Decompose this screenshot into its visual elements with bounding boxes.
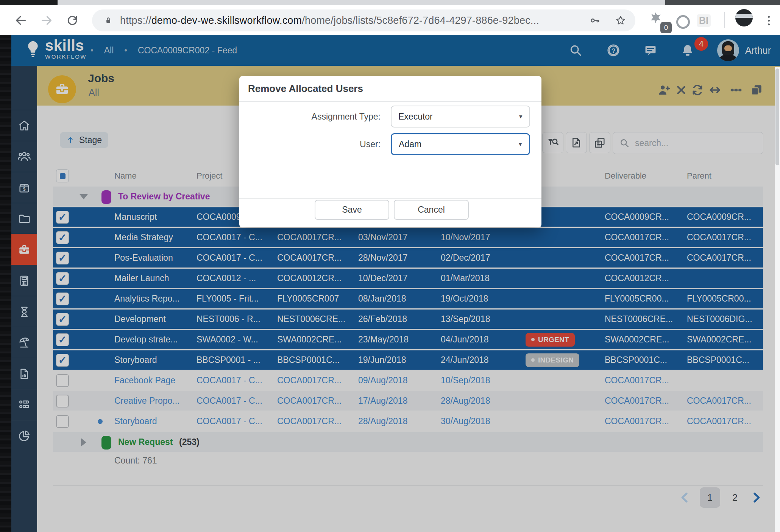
user-value: Adam — [399, 139, 421, 149]
toolbar-divider — [724, 12, 725, 28]
forward-button[interactable] — [38, 12, 55, 29]
tab-strip-dark-segment — [0, 0, 58, 5]
browser-tab-strip[interactable] — [0, 0, 780, 5]
bookmark-star-icon[interactable] — [615, 15, 626, 26]
forward-arrow-icon — [40, 14, 53, 27]
browser-chrome: https://demo-dev-we.skillsworkflow.com/h… — [0, 0, 780, 35]
user-label: User: — [252, 133, 381, 155]
browser-menu-button[interactable] — [764, 13, 773, 28]
extension-bi-label: BI — [699, 15, 708, 26]
url-path: /home/jobs/lists/5c8ef672-7d64-4297-886e… — [302, 15, 539, 26]
back-button[interactable] — [12, 12, 29, 29]
url-domain: demo-dev-we.skillsworkflow.com — [151, 15, 302, 26]
chevron-down-icon: ▼ — [518, 141, 523, 147]
dialog-divider — [239, 101, 541, 102]
remove-allocated-users-dialog: Remove Allocated Users Assignment Type: … — [239, 76, 541, 227]
chevron-down-icon: ▼ — [518, 114, 523, 120]
assignment-type-label: Assignment Type: — [252, 106, 381, 128]
scrollbar-thumb[interactable] — [775, 68, 779, 165]
extension-badge-count: 0 — [664, 24, 668, 32]
refresh-button[interactable] — [64, 12, 81, 29]
assignment-type-select[interactable]: Executor ▼ — [391, 106, 530, 128]
screen: https://demo-dev-we.skillsworkflow.com/h… — [0, 0, 780, 532]
extension-circle-icon[interactable] — [676, 15, 690, 29]
assignment-type-value: Executor — [398, 112, 433, 122]
url-scheme: https:// — [120, 15, 151, 26]
browser-toolbar: https://demo-dev-we.skillsworkflow.com/h… — [0, 5, 780, 35]
cancel-button[interactable]: Cancel — [394, 200, 469, 220]
profile-avatar-band — [735, 14, 753, 18]
browser-profile-avatar[interactable] — [735, 9, 753, 26]
scrollbar[interactable] — [775, 67, 780, 532]
padlock-icon[interactable] — [103, 16, 113, 25]
save-button[interactable]: Save — [315, 200, 389, 220]
user-select[interactable]: Adam ▼ — [391, 133, 530, 155]
url-bar[interactable]: https://demo-dev-we.skillsworkflow.com/h… — [92, 9, 635, 31]
tab-strip-right-segment — [665, 0, 780, 5]
extension-badge: 0 — [660, 22, 672, 33]
refresh-icon — [66, 14, 78, 26]
dialog-title: Remove Allocated Users — [248, 76, 363, 101]
app-window: skills WORKFLOW • All • COCA0009CR002 - … — [0, 35, 780, 532]
extension-bi-icon[interactable]: BI — [697, 14, 711, 27]
url-text[interactable]: https://demo-dev-we.skillsworkflow.com/h… — [120, 15, 539, 26]
back-arrow-icon — [14, 14, 27, 27]
key-icon[interactable] — [589, 15, 601, 26]
dialog-footer-divider — [239, 198, 541, 199]
